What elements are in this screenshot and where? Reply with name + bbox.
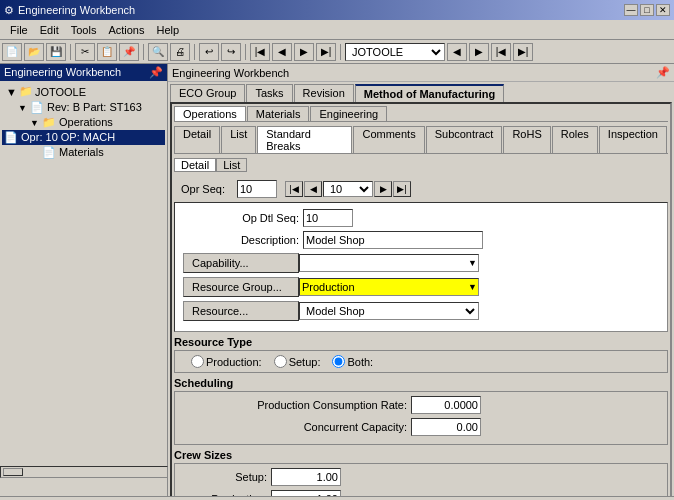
tree-item-materials-label: Materials: [59, 146, 104, 158]
tree-item-rev[interactable]: ▼ 📄 Rev: B Part: ST163: [2, 100, 165, 115]
tree-root-label: JOTOOLE: [35, 86, 86, 98]
detail-tab-list[interactable]: List: [216, 158, 247, 172]
scheduling-label: Scheduling: [174, 377, 668, 389]
title-bar-text: Engineering Workbench: [18, 4, 135, 16]
menu-tools[interactable]: Tools: [65, 23, 103, 37]
sched-tab-list[interactable]: List: [221, 126, 256, 153]
tb-save[interactable]: 💾: [46, 43, 66, 61]
prod-consumption-label: Production Consumption Rate:: [191, 399, 411, 411]
resource-group-row: Resource Group... ▼: [183, 277, 659, 297]
tb-undo[interactable]: ↩: [199, 43, 219, 61]
title-bar-controls[interactable]: — □ ✕: [624, 4, 670, 16]
sub-tab-engineering[interactable]: Engineering: [310, 106, 387, 121]
tb-open[interactable]: 📂: [24, 43, 44, 61]
resource-group-dropdown-icon[interactable]: ▼: [468, 282, 477, 292]
opr-seq-next[interactable]: ▶: [374, 181, 392, 197]
expand-rev: ▼: [18, 103, 27, 113]
concurrent-capacity-input[interactable]: [411, 418, 481, 436]
capability-dropdown-icon[interactable]: ▼: [468, 258, 477, 268]
tb-new[interactable]: 📄: [2, 43, 22, 61]
menu-file[interactable]: File: [4, 23, 34, 37]
tree-root[interactable]: ▼ 📁 JOTOOLE: [2, 83, 165, 100]
menu-actions[interactable]: Actions: [102, 23, 150, 37]
opr-icon: 📄: [4, 131, 18, 143]
resource-select[interactable]: Model Shop: [299, 302, 479, 320]
tb-go-prev[interactable]: ◀: [447, 43, 467, 61]
tree-item-operations[interactable]: ▼ 📁 Operations: [2, 115, 165, 130]
left-panel-pin[interactable]: 📌: [149, 66, 163, 79]
minimize-button[interactable]: —: [624, 4, 638, 16]
app-icon: ⚙: [4, 4, 14, 17]
tb-go-next[interactable]: ▶: [469, 43, 489, 61]
prod-consumption-input[interactable]: [411, 396, 481, 414]
tree-item-opr[interactable]: 📄 Opr: 10 OP: MACH: [2, 130, 165, 145]
tb-nav-prev[interactable]: ◀: [272, 43, 292, 61]
sched-tab-standard-breaks[interactable]: Standard Breaks: [257, 126, 352, 153]
resource-group-input[interactable]: [299, 278, 479, 296]
op-dtl-seq-input[interactable]: [303, 209, 353, 227]
op-dtl-seq-row: Op Dtl Seq:: [183, 209, 659, 227]
sched-tab-roles[interactable]: Roles: [552, 126, 598, 153]
tb-print[interactable]: 🖨: [170, 43, 190, 61]
tab-method-manufacturing[interactable]: Method of Manufacturing: [355, 84, 504, 102]
capability-input[interactable]: [299, 254, 479, 272]
crew-production-label: Production:: [191, 493, 271, 496]
crew-setup-row: Setup:: [191, 468, 651, 486]
tb-nav-first[interactable]: |◀: [250, 43, 270, 61]
description-row: Description:: [183, 231, 659, 249]
radio-both-input[interactable]: [332, 355, 345, 368]
tab-tasks[interactable]: Tasks: [246, 84, 292, 102]
tb-search[interactable]: 🔍: [148, 43, 168, 61]
opr-seq-prev[interactable]: ◀: [304, 181, 322, 197]
radio-production-input[interactable]: [191, 355, 204, 368]
crew-setup-input[interactable]: [271, 468, 341, 486]
description-input[interactable]: [303, 231, 483, 249]
opr-seq-first[interactable]: |◀: [285, 181, 303, 197]
sched-tab-detail[interactable]: Detail: [174, 126, 220, 153]
left-panel: Engineering Workbench 📌 ▼ 📁 JOTOOLE ▼ 📄 …: [0, 64, 168, 496]
tree-item-operations-label: Operations: [59, 116, 113, 128]
user-combo[interactable]: JOTOOLE: [345, 43, 445, 61]
left-scrollbar[interactable]: [0, 466, 168, 478]
tb-copy[interactable]: 📋: [97, 43, 117, 61]
detail-tab-detail[interactable]: Detail: [174, 158, 216, 172]
tab-revision[interactable]: Revision: [294, 84, 354, 102]
opr-seq-input[interactable]: [237, 180, 277, 198]
tab-eco-group[interactable]: ECO Group: [170, 84, 245, 102]
resource-button[interactable]: Resource...: [183, 301, 299, 321]
maximize-button[interactable]: □: [640, 4, 654, 16]
tb-redo[interactable]: ↪: [221, 43, 241, 61]
sched-tab-rohs[interactable]: RoHS: [503, 126, 550, 153]
sub-tab-operations[interactable]: Operations: [174, 106, 246, 121]
opr-seq-row: Opr Seq: |◀ ◀ 10 ▶ ▶|: [174, 176, 668, 202]
menu-edit[interactable]: Edit: [34, 23, 65, 37]
close-button[interactable]: ✕: [656, 4, 670, 16]
sched-tab-inspection[interactable]: Inspection: [599, 126, 667, 153]
opr-seq-combo[interactable]: 10: [323, 181, 373, 197]
menu-help[interactable]: Help: [150, 23, 185, 37]
resource-group-button[interactable]: Resource Group...: [183, 277, 299, 297]
tb-paste[interactable]: 📌: [119, 43, 139, 61]
tb-cut[interactable]: ✂: [75, 43, 95, 61]
tb-nav-next[interactable]: ▶: [294, 43, 314, 61]
detail-tab-bar: Detail List: [174, 158, 668, 172]
tb-go-last[interactable]: ▶|: [513, 43, 533, 61]
opr-seq-label: Opr Seq:: [174, 183, 229, 195]
radio-setup-input[interactable]: [274, 355, 287, 368]
right-panel-pin[interactable]: 📌: [656, 66, 670, 79]
radio-setup-label: Setup:: [289, 356, 321, 368]
tb-nav-last[interactable]: ▶|: [316, 43, 336, 61]
sub-tab-materials[interactable]: Materials: [247, 106, 310, 121]
scheduling-section: Scheduling Production Consumption Rate: …: [174, 377, 668, 445]
tb-go-first[interactable]: |◀: [491, 43, 511, 61]
status-bar: Ready James P O'Toole enu Goodway Techno…: [0, 496, 674, 500]
form-area: Op Dtl Seq: Description: Capability... ▼: [174, 202, 668, 332]
opr-seq-last[interactable]: ▶|: [393, 181, 411, 197]
sched-tab-subcontract[interactable]: Subcontract: [426, 126, 503, 153]
sched-tab-comments[interactable]: Comments: [353, 126, 424, 153]
concurrent-capacity-label: Concurrent Capacity:: [191, 421, 411, 433]
crew-production-input[interactable]: [271, 490, 341, 496]
tree-item-materials[interactable]: 📄 Materials: [2, 145, 165, 160]
capability-button[interactable]: Capability...: [183, 253, 299, 273]
radio-setup: Setup:: [274, 355, 321, 368]
